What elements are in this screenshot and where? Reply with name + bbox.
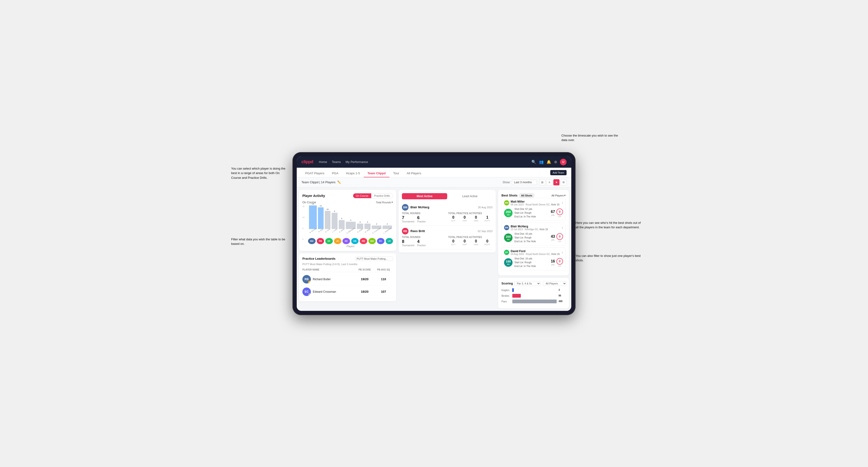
pb-score: 18/20	[355, 290, 374, 293]
tournament-val-2: 8	[402, 239, 414, 244]
best-shots-header: Best Shots All Shots All Players ▾	[501, 193, 566, 198]
practice-activities-section-2: Total Practice Activities 0 GTT 0	[448, 236, 493, 247]
bar-group: 2L. Robertson	[382, 223, 392, 231]
annotation-right-bottom: You can also filter to show just one pla…	[576, 253, 642, 263]
x-axis-label: Players	[308, 245, 393, 248]
nav-link-teams[interactable]: Teams	[332, 160, 341, 164]
list-icon[interactable]: ≡	[546, 179, 552, 185]
rank-badge-silver: 2	[308, 293, 311, 296]
avatar-row: BMRBDFJCEEOBRBMMECLR	[308, 231, 393, 244]
stat-zero-val-3: 0	[559, 259, 560, 263]
tab-hcaps[interactable]: Hcaps 1-5	[342, 169, 364, 177]
shot-info-3: Shot Dist: 16 ydsStart Lie: RoughEnd Lie…	[515, 257, 549, 268]
shot-player-name-3: David Ford	[511, 250, 560, 253]
middle-column: Most Active Least Active BM Blair McHarg…	[399, 190, 496, 309]
most-active-card: Most Active Least Active BM Blair McHarg…	[399, 190, 496, 253]
shot-row-1[interactable]: MM Matt Miller 09 Jun 2023 · Royal North…	[501, 198, 566, 221]
sub-nav: PGAT Players PGA Hcaps 1-5 Team Clippd T…	[297, 168, 571, 177]
grid-icon[interactable]: ⊞	[539, 179, 545, 185]
players-filter-dropdown[interactable]: All Players ▾	[552, 194, 566, 197]
tab-all-players[interactable]: All Players	[403, 169, 425, 177]
metric-dropdown[interactable]: Total Rounds ▾	[376, 201, 393, 204]
shot-details: 200SG Shot Dist: 67 ydsStart Lie: RoughE…	[504, 207, 563, 219]
practice-sub: Practice	[417, 220, 426, 223]
bar	[339, 220, 345, 229]
tournament-val: 7	[402, 215, 414, 220]
arg-col: 0 ARG	[471, 215, 481, 222]
most-active-tab[interactable]: Most Active	[402, 193, 447, 199]
rounds-grid: Total Rounds 7 Tournament 6 Pr	[402, 212, 493, 223]
scoring-filter-2[interactable]: All Players	[543, 281, 566, 286]
practice-filter-select[interactable]: PUTT Must Make Putting...	[355, 257, 393, 261]
leaderboard-row[interactable]: RB 1 Richard Butler 19/20 110	[302, 273, 393, 286]
tournament-sub-2: Tournament	[402, 244, 414, 247]
right-column: Best Shots All Shots All Players ▾ MM	[498, 190, 569, 309]
tab-pga[interactable]: PGA	[328, 169, 342, 177]
stat-val-3: 16	[551, 259, 555, 263]
gtt-col: 0 GTT	[448, 215, 459, 222]
active-player-date: 26 Aug 2023	[478, 206, 493, 209]
putt-val-2: 0	[482, 239, 493, 243]
birdies-val: 96	[559, 294, 566, 297]
player-name: Richard Butler	[313, 278, 331, 281]
bar	[325, 211, 331, 229]
bar	[318, 207, 323, 229]
tab-pgat-players[interactable]: PGAT Players	[302, 169, 328, 177]
tab-tour[interactable]: Tour	[390, 169, 403, 177]
leaderboard-row[interactable]: EC 2 Edward Crossman 18/20 107	[302, 286, 393, 298]
shot-player-info-2: Blair McHarg 23 Jul 2023 · Ashridge GC, …	[511, 225, 548, 231]
shot-row-3[interactable]: DF David Ford 24 Aug 2023 · Royal North …	[501, 247, 566, 270]
gtt-label-2: GTT	[448, 243, 459, 246]
practice-drills-toggle[interactable]: Practice Drills	[371, 193, 393, 198]
scoring-bars: Eagles 3 Birdies	[501, 288, 566, 303]
user-avatar[interactable]: U	[560, 159, 566, 165]
shot-player-info-3: David Ford 24 Aug 2023 · Royal North Dev…	[511, 250, 560, 255]
shot-stats: 67 yds 0 yds	[551, 209, 563, 217]
stat-val-1: 67	[551, 210, 555, 214]
tablet-screen: clippd Home Teams My Performance 🔍 👥 🔔 ⊕…	[297, 156, 571, 311]
app-col-2: 0 APP	[460, 239, 470, 246]
practice-acts-title-2: Total Practice Activities	[448, 236, 493, 239]
all-shots-tab[interactable]: All Shots	[519, 193, 534, 198]
scoring-filter-1[interactable]: Par 3, 4 & 5s	[514, 281, 540, 286]
practice-rounds-2: 4 Practice	[417, 239, 426, 247]
edit-icon[interactable]: ✏️	[337, 181, 341, 184]
nav-link-performance[interactable]: My Performance	[346, 160, 368, 164]
tab-team-clippd[interactable]: Team Clippd	[364, 169, 390, 177]
rank-badge-gold: 1	[308, 281, 311, 283]
heart-icon[interactable]: ♥	[553, 179, 559, 185]
plus-circle-icon[interactable]: ⊕	[554, 160, 557, 164]
nav-link-home[interactable]: Home	[319, 160, 327, 164]
on-course-toggle[interactable]: On Course	[353, 193, 371, 198]
users-icon[interactable]: 👥	[539, 160, 544, 164]
settings-icon[interactable]: ⚙	[560, 179, 566, 185]
annotation-top-right: Choose the timescale you wish to see the…	[561, 133, 618, 143]
time-range-select[interactable]: Last 3 months Last 6 months Last year	[512, 180, 537, 185]
stat-label-3: yds	[551, 263, 555, 266]
shot-player-row-3: DF David Ford 24 Aug 2023 · Royal North …	[504, 250, 563, 255]
bell-icon[interactable]: 🔔	[547, 160, 551, 164]
shot-player-info: Matt Miller 09 Jun 2023 · Royal North De…	[511, 200, 559, 206]
shot-row-2[interactable]: BM Blair McHarg 23 Jul 2023 · Ashridge G…	[501, 223, 566, 246]
rounds-row-2: 8 Tournament 4 Practice	[402, 239, 446, 247]
bar-group: 13B. McHarg	[309, 203, 317, 231]
player-avatar: RB	[317, 238, 324, 244]
rounds-section-title: Total Rounds	[402, 212, 446, 215]
player-activity-title: Player Activity	[302, 194, 325, 198]
birdies-bar	[512, 294, 521, 298]
putt-label-2: PUTT	[482, 243, 493, 246]
least-active-tab[interactable]: Least Active	[447, 193, 493, 199]
add-team-button[interactable]: Add Team	[550, 170, 566, 175]
active-player-avatar: BM	[402, 204, 408, 211]
search-icon[interactable]: 🔍	[531, 160, 536, 164]
total-rounds-section: Total Rounds 7 Tournament 6 Pr	[402, 212, 446, 223]
app-label-2: APP	[460, 243, 470, 246]
practice-sub-2: Practice	[417, 244, 426, 247]
scoring-bar-birdies: Birdies 96	[501, 294, 566, 298]
player-avatar: LR	[385, 238, 393, 244]
player-avatar: DF	[325, 238, 333, 244]
putt-col-2: 0 PUTT	[482, 239, 493, 246]
pb-avg: 107	[374, 290, 393, 293]
active-player-header-2: RB Rees Britt 02 Sep 2023	[402, 228, 493, 235]
app-label: APP	[460, 220, 470, 222]
